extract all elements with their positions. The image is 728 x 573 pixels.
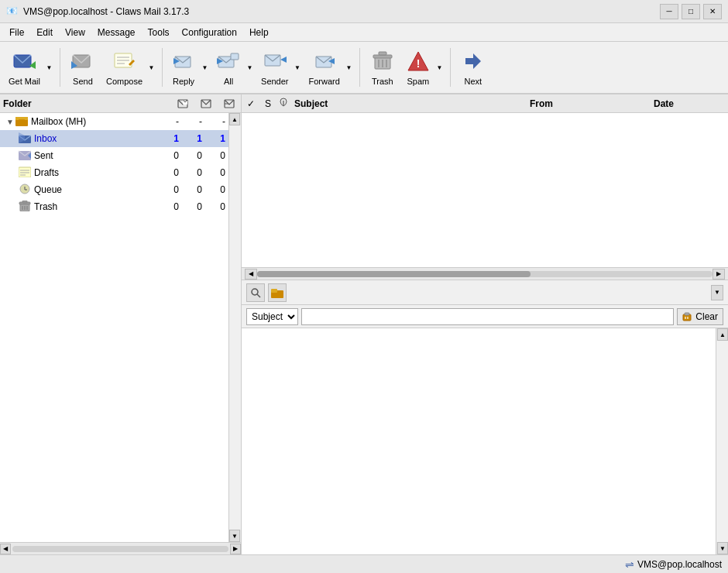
compose-icon	[112, 49, 137, 74]
svg-rect-13	[231, 53, 239, 60]
preview-scroll-up[interactable]: ▲	[717, 328, 728, 341]
menu-configuration[interactable]: Configuration	[176, 26, 243, 39]
separator-2	[162, 48, 163, 87]
folder-col-unread[interactable]	[194, 98, 218, 109]
ml-date-col[interactable]: Date	[651, 98, 728, 109]
search-bar: ▼	[242, 280, 728, 305]
menu-edit[interactable]: Edit	[30, 26, 59, 39]
preview-body	[242, 328, 716, 554]
search-button[interactable]	[246, 283, 265, 302]
sender-button[interactable]: Sender	[257, 45, 292, 90]
spam-button[interactable]: ! Spam	[402, 45, 434, 90]
folder-item-inbox[interactable]: Inbox 1 1 1	[0, 130, 228, 147]
window-controls: ─ □ ✕	[660, 4, 722, 19]
trash-icon	[370, 49, 395, 74]
folder-item-mailbox[interactable]: ▼ Mailbox (MH) - - -	[0, 113, 228, 130]
get-mail-dropdown-arrow[interactable]: ▼	[44, 45, 55, 90]
ml-subject-col[interactable]: Subject	[291, 98, 527, 109]
sent-col1: 0	[159, 150, 182, 161]
minimize-button[interactable]: ─	[660, 4, 678, 19]
compose-button[interactable]: Compose	[102, 45, 146, 90]
statusbar: ⇌ VMS@pop.localhost	[0, 554, 728, 573]
get-mail-button[interactable]: Get Mail	[5, 45, 44, 90]
ml-s-col[interactable]: S	[260, 98, 276, 109]
hscroll-track[interactable]	[257, 271, 713, 277]
folder-item-drafts[interactable]: Drafts 0 0 0	[0, 164, 228, 181]
folder-list-container: ▼ Mailbox (MH) - - - Inbox 1	[0, 113, 241, 542]
compose-group: Compose ▼	[102, 45, 157, 90]
mailbox-col1: -	[159, 116, 182, 127]
search-dropdown-arrow[interactable]: ▼	[711, 285, 723, 300]
menu-message[interactable]: Message	[91, 26, 142, 39]
hscroll-thumb	[257, 271, 531, 277]
folder-col-new[interactable]	[171, 98, 194, 109]
filter-clear-button[interactable]: Clear	[677, 308, 723, 325]
inbox-icon	[19, 132, 31, 146]
ml-att-col[interactable]	[276, 98, 291, 109]
folder-panel: Folder ▼ Mailbox (MH)	[0, 94, 242, 554]
forward-button[interactable]: Forward	[305, 45, 344, 90]
separator-3	[359, 48, 360, 87]
preview-area: ▲ ▼	[242, 328, 728, 554]
maximize-button[interactable]: □	[682, 4, 700, 19]
toolbar: Get Mail ▼ Send	[0, 42, 728, 94]
spam-dropdown-arrow[interactable]: ▼	[434, 45, 445, 90]
folder-item-trash[interactable]: Trash 0 0 0	[0, 198, 228, 215]
svg-rect-48	[22, 201, 27, 203]
sender-label: Sender	[261, 77, 288, 86]
folder-scroll-up[interactable]: ▲	[229, 113, 240, 125]
folder-hscroll-right[interactable]: ▶	[230, 544, 241, 554]
folder-item-queue[interactable]: Queue 0 0 0	[0, 181, 228, 198]
titlebar: 📧 VMS@pop.localhost - Claws Mail 3.17.3 …	[0, 0, 728, 23]
reply-icon	[171, 49, 196, 74]
reply-dropdown-arrow[interactable]: ▼	[200, 45, 211, 90]
message-list: ✓ S Subject From Date ◀ ▶	[242, 94, 728, 280]
preview-vscroll[interactable]: ▲ ▼	[716, 328, 728, 554]
reply-button[interactable]: Reply	[167, 45, 200, 90]
forward-dropdown-arrow[interactable]: ▼	[344, 45, 355, 90]
preview-scroll-track	[716, 341, 728, 542]
svg-marker-26	[465, 53, 481, 69]
drafts-icon	[19, 166, 31, 180]
forward-group: Forward ▼	[305, 45, 355, 90]
compose-dropdown-arrow[interactable]: ▼	[146, 45, 157, 90]
hscroll-left-arrow[interactable]: ◀	[245, 269, 257, 280]
separator-1	[60, 48, 60, 87]
folder-scroll-down[interactable]: ▼	[229, 530, 240, 542]
mailbox-icon	[15, 115, 28, 129]
menu-tools[interactable]: Tools	[142, 26, 176, 39]
folder-hscroll-left[interactable]: ◀	[0, 544, 11, 554]
all-dropdown-arrow[interactable]: ▼	[245, 45, 256, 90]
next-button[interactable]: Next	[455, 45, 491, 90]
all-button[interactable]: All	[212, 45, 245, 90]
folder-open-button[interactable]	[268, 283, 287, 302]
svg-rect-59	[685, 313, 689, 315]
trash-button[interactable]: Trash	[365, 45, 400, 90]
preview-scroll-down[interactable]: ▼	[717, 542, 728, 554]
folder-col-total[interactable]	[218, 98, 241, 109]
inbox-col2: 1	[182, 133, 205, 144]
get-mail-label: Get Mail	[9, 77, 40, 86]
ml-check-col[interactable]: ✓	[242, 98, 260, 109]
filter-value-input[interactable]	[301, 308, 674, 325]
message-preview	[242, 328, 716, 554]
folder-item-sent[interactable]: Sent 0 0 0	[0, 147, 228, 164]
filter-type-select[interactable]: Subject From To Date	[246, 308, 298, 325]
menu-help[interactable]: Help	[243, 26, 275, 39]
forward-icon	[312, 49, 337, 74]
svg-rect-20	[379, 52, 386, 55]
sender-dropdown-arrow[interactable]: ▼	[293, 45, 304, 90]
queue-col3: 0	[205, 184, 228, 195]
send-button[interactable]: Send	[65, 45, 101, 90]
folder-vscroll[interactable]: ▲ ▼	[228, 113, 241, 542]
drafts-col1: 0	[159, 167, 182, 178]
inbox-name: Inbox	[34, 133, 159, 144]
ml-from-col[interactable]: From	[527, 98, 651, 109]
menu-file[interactable]: File	[3, 26, 30, 39]
menu-view[interactable]: View	[59, 26, 91, 39]
close-button[interactable]: ✕	[703, 4, 722, 19]
hscroll-right-arrow[interactable]: ▶	[713, 269, 725, 280]
folder-header: Folder	[0, 94, 241, 113]
folder-hscroll-track	[12, 546, 228, 552]
spam-group: ! Spam ▼	[402, 45, 445, 90]
